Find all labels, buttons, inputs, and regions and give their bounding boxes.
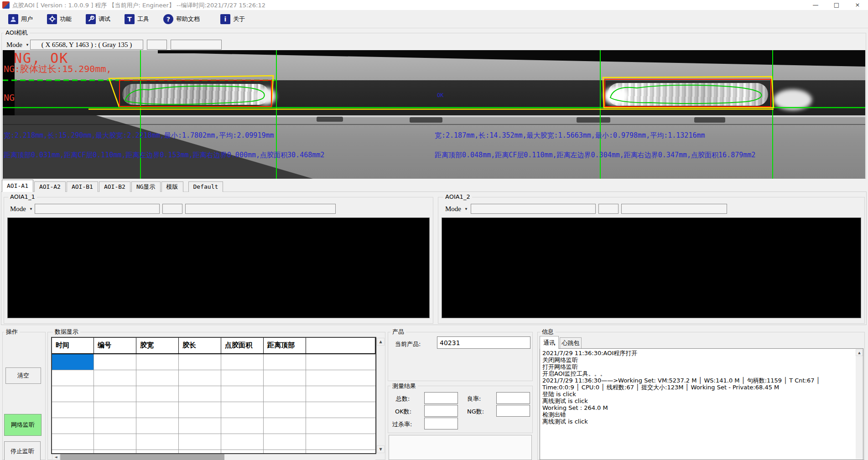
tab-aoi-a1[interactable]: AOI-A1: [2, 180, 33, 192]
table-cell[interactable]: [264, 386, 306, 402]
table-cell[interactable]: [179, 370, 221, 386]
panel-b-mode-dropdown[interactable]: Mode ▼: [442, 204, 468, 214]
table-cell[interactable]: [264, 402, 306, 418]
table-cell[interactable]: [221, 418, 264, 434]
comm-log[interactable]: 2021/7/29 11:36:30:AOI程序打开 关闭网络监听 打开网络监听…: [540, 348, 863, 460]
camera-value-box-wide: [171, 40, 222, 50]
table-cell[interactable]: [179, 434, 221, 450]
panel-b-viewport[interactable]: [442, 217, 861, 318]
table-cell[interactable]: [179, 386, 221, 402]
log-v-scrollbar[interactable]: ▲: [856, 349, 863, 459]
scroll-left-icon[interactable]: ◄: [52, 454, 60, 460]
toolbar-item-label: 关于: [233, 15, 245, 23]
ng-count-input[interactable]: [496, 405, 530, 417]
table-cell[interactable]: [179, 402, 221, 418]
table-cell[interactable]: [94, 450, 136, 454]
table-v-scrollbar[interactable]: ▲ ▼: [376, 338, 384, 453]
toolbar-item-user[interactable]: 用户: [7, 13, 34, 25]
panel-b-value-box3: [621, 204, 727, 214]
tab-heartbeat[interactable]: 心跳包: [560, 337, 582, 349]
table-cell[interactable]: [221, 434, 264, 450]
table-cell[interactable]: [94, 402, 136, 418]
table-cell[interactable]: [264, 450, 306, 454]
mode-label: Mode: [6, 41, 22, 49]
table-cell[interactable]: [221, 386, 264, 402]
toolbar-item-debug[interactable]: 调试: [84, 13, 112, 25]
total-input[interactable]: [424, 392, 458, 404]
stop-listen-button[interactable]: 停止监听: [4, 441, 41, 460]
table-cell[interactable]: [264, 370, 306, 386]
overkill-input[interactable]: [424, 418, 458, 429]
table-cell[interactable]: [136, 450, 179, 454]
table-cell[interactable]: [52, 450, 94, 454]
minimize-button[interactable]: —: [805, 0, 826, 10]
column-header[interactable]: 点胶面积: [221, 338, 264, 354]
panel-b-value-box1: [471, 204, 596, 214]
network-listen-button[interactable]: 网络监听: [4, 414, 42, 436]
tab-ng-display[interactable]: NG显示: [131, 181, 161, 192]
table-cell[interactable]: [221, 450, 264, 454]
right-stats-line2: 距离顶部0.048mm,距离CF层0.110mm,距离左边界0.304mm,距离…: [435, 151, 755, 160]
panel-a-mode-dropdown[interactable]: Mode ▼: [7, 204, 33, 214]
close-button[interactable]: ×: [847, 0, 868, 10]
table-h-scrollbar[interactable]: ◄: [52, 454, 375, 460]
table-cell[interactable]: [264, 434, 306, 450]
column-header[interactable]: 编号: [94, 338, 136, 354]
table-cell[interactable]: [94, 370, 136, 386]
table-cell[interactable]: [52, 434, 94, 450]
scroll-up-icon[interactable]: ▲: [856, 349, 863, 356]
selected-cell[interactable]: [52, 354, 94, 370]
toolbar-item-about[interactable]: i 关于: [219, 13, 246, 25]
camera-view[interactable]: NG, OK NG:胶体过长:15.290mm, NG OK 宽:2.218mm…: [3, 50, 865, 179]
table-cell[interactable]: [136, 434, 179, 450]
tab-aoi-b1[interactable]: AOI-B1: [67, 181, 98, 192]
mode-label: Mode: [445, 205, 461, 213]
table-cell[interactable]: [221, 370, 264, 386]
log-line: 检测出错: [542, 411, 854, 418]
scroll-up-icon[interactable]: ▲: [377, 338, 385, 346]
current-product-input[interactable]: [437, 336, 530, 349]
table-cell[interactable]: [179, 450, 221, 454]
tab-aoi-a2[interactable]: AOI-A2: [34, 181, 66, 192]
clear-button[interactable]: 清空: [5, 367, 41, 384]
h-scroll-thumb[interactable]: [60, 454, 224, 460]
tab-template[interactable]: 模版: [161, 181, 183, 192]
table-cell[interactable]: [264, 418, 306, 434]
table-cell[interactable]: [179, 354, 221, 370]
table-cell[interactable]: [179, 418, 221, 434]
tab-comm[interactable]: 通讯: [540, 336, 559, 349]
table-cell[interactable]: [136, 418, 179, 434]
table-cell[interactable]: [52, 418, 94, 434]
table-row: [52, 386, 375, 402]
table-cell[interactable]: [264, 354, 306, 370]
column-header[interactable]: 距离顶部: [264, 338, 306, 354]
table-cell[interactable]: [136, 402, 179, 418]
table-cell[interactable]: [136, 370, 179, 386]
table-cell[interactable]: [136, 386, 179, 402]
ok-count-input[interactable]: [424, 405, 458, 417]
table-cell[interactable]: [52, 370, 94, 386]
table-cell[interactable]: [52, 402, 94, 418]
tab-aoi-b2[interactable]: AOI-B2: [99, 181, 130, 192]
table-cell[interactable]: [94, 434, 136, 450]
table-cell[interactable]: [94, 354, 136, 370]
data-table: 时间 编号 胶宽 胶长 点胶面积 距离顶部: [51, 337, 376, 454]
column-header[interactable]: 时间: [52, 338, 94, 354]
column-header[interactable]: 胶宽: [136, 338, 179, 354]
toolbar-item-function[interactable]: 功能: [46, 13, 73, 25]
table-cell[interactable]: [94, 418, 136, 434]
table-cell[interactable]: [221, 402, 264, 418]
toolbar-item-help[interactable]: ? 帮助文档: [162, 13, 201, 25]
panel-a-viewport[interactable]: [7, 217, 430, 318]
camera-mode-dropdown[interactable]: Mode ▼: [4, 40, 29, 50]
table-cell[interactable]: [136, 354, 179, 370]
column-header[interactable]: 胶长: [179, 338, 221, 354]
table-cell[interactable]: [52, 386, 94, 402]
table-cell[interactable]: [221, 354, 264, 370]
tab-default[interactable]: Default: [188, 181, 223, 192]
yield-input[interactable]: [496, 392, 530, 404]
toolbar-item-tools[interactable]: T 工具: [123, 13, 151, 25]
table-cell[interactable]: [94, 386, 136, 402]
maximize-button[interactable]: □: [826, 0, 847, 10]
scroll-down-icon[interactable]: ▼: [377, 445, 385, 453]
